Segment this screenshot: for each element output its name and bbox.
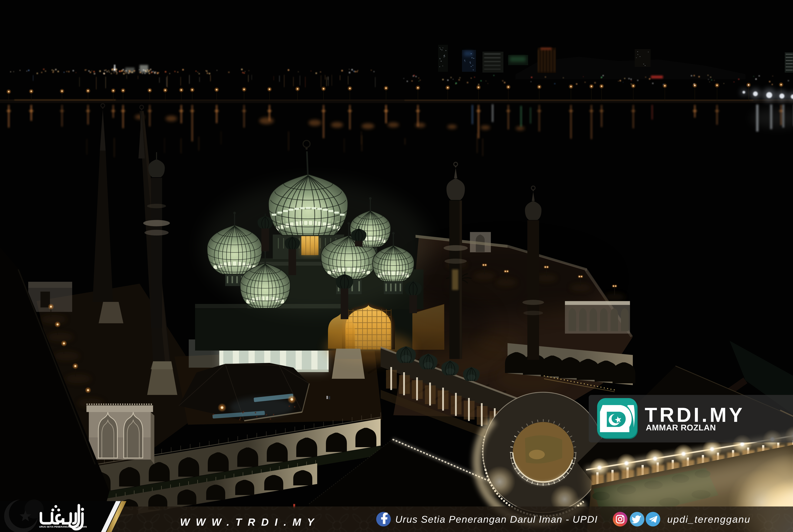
svg-text:updi_terengganu: updi_terengganu: [667, 514, 751, 525]
svg-text:URUS SETIA PENERANGAN DARUL IM: URUS SETIA PENERANGAN DARUL IMAN: [39, 525, 87, 528]
svg-text:AMMAR ROZLAN: AMMAR ROZLAN: [646, 423, 716, 432]
svg-text:TRDI.MY: TRDI.MY: [645, 403, 745, 426]
svg-text:WWW.TRDI.MY: WWW.TRDI.MY: [180, 516, 320, 528]
svg-text:Urus Setia Penerangan Darul Im: Urus Setia Penerangan Darul Iman - UPDI: [395, 514, 598, 525]
